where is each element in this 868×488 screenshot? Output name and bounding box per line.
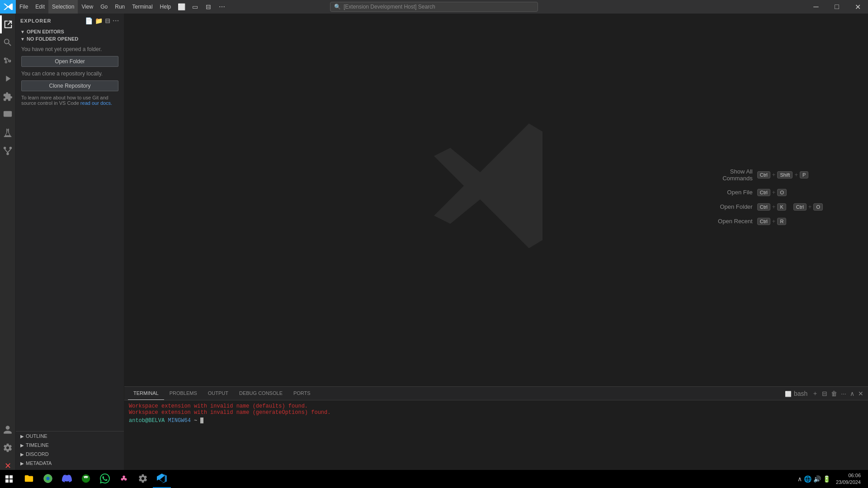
terminal-add-icon[interactable]: ＋ [811, 389, 819, 398]
discord-arrow: ▶ [20, 452, 24, 457]
sidebar-header-icons: 📄 📁 ⊟ ··· [85, 17, 119, 24]
outline-section[interactable]: ▶ OUTLINE [16, 432, 124, 441]
svg-rect-9 [5, 479, 9, 483]
svg-line-5 [5, 149, 8, 152]
no-folder-message1: You have not yet opened a folder. [21, 46, 118, 52]
menu-selection[interactable]: Selection [48, 0, 78, 14]
svg-line-6 [8, 149, 10, 152]
tab-debug-console[interactable]: DEBUG CONSOLE [234, 387, 288, 400]
discord-label: DISCORD [26, 451, 49, 457]
menu-file[interactable]: File [16, 0, 32, 14]
activity-bar: ✕ [0, 14, 16, 477]
tab-ports[interactable]: PORTS [288, 387, 316, 400]
layout-icon[interactable]: ⬜ [175, 0, 188, 14]
terminal-close-icon[interactable]: ✕ [857, 390, 864, 397]
taskbar-whatsapp[interactable] [96, 470, 114, 488]
menu-edit[interactable]: Edit [32, 0, 48, 14]
taskbar-clock[interactable]: 06:06 23/09/2024 [832, 472, 864, 486]
outline-arrow: ▶ [20, 434, 24, 439]
start-button[interactable] [0, 470, 18, 488]
tray-network-icon[interactable]: 🌐 [804, 475, 811, 483]
svg-rect-7 [5, 475, 9, 479]
tab-output[interactable]: OUTPUT [203, 387, 234, 400]
shortcut-open-folder-label: Open Folder [708, 203, 753, 210]
timeline-label: TIMELINE [26, 442, 49, 448]
tray-volume-icon[interactable]: 🔊 [813, 475, 821, 483]
menu-view[interactable]: View [78, 0, 97, 14]
open-editors-arrow: ▼ [20, 29, 25, 34]
svg-marker-18 [157, 474, 165, 483]
taskbar-tray: ∧ 🌐 🔊 🔋 06:06 23/09/2024 [797, 472, 868, 486]
activity-settings[interactable] [0, 439, 16, 457]
activity-search[interactable] [0, 33, 16, 52]
split-icon[interactable]: ⊟ [202, 0, 215, 14]
tab-terminal[interactable]: TERMINAL [128, 387, 164, 400]
app-body: ✕ EXPLORER 📄 📁 ⊟ ··· ▼ OPEN EDITORS ▼ NO… [0, 14, 868, 477]
menu-go[interactable]: Go [97, 0, 111, 14]
menu-run[interactable]: Run [111, 0, 128, 14]
activity-call-graph[interactable] [0, 142, 16, 160]
new-file-icon[interactable]: 📄 [85, 17, 93, 24]
maximize-button[interactable]: □ [826, 0, 847, 14]
tab-problems[interactable]: PROBLEMS [164, 387, 203, 400]
activity-bar-bottom: ✕ [0, 421, 16, 477]
terminal-collapse-icon[interactable]: ∧ [849, 390, 855, 397]
panel-icon[interactable]: ▭ [188, 0, 202, 14]
taskbar-file-explorer[interactable] [20, 470, 38, 488]
taskbar-browser[interactable] [39, 470, 57, 488]
shortcut-open-folder-keys: Ctrl + K Ctrl + O [757, 203, 823, 211]
app-logo [0, 0, 16, 14]
activity-testing[interactable] [0, 124, 16, 142]
activity-source-control[interactable] [0, 52, 16, 70]
metadata-arrow: ▶ [20, 461, 24, 466]
terminal-error-1: Workspace extension with invalid name (d… [129, 403, 863, 409]
clone-repository-button[interactable]: Clone Repository [21, 80, 118, 91]
taskbar-xbox[interactable] [77, 470, 95, 488]
outline-label: OUTLINE [26, 433, 47, 439]
key-p: P [800, 171, 808, 178]
taskbar-discord[interactable] [58, 470, 76, 488]
shortcut-open-recent-label: Open Recent [708, 218, 753, 225]
activity-accounts[interactable] [0, 421, 16, 439]
taskbar-settings[interactable] [134, 470, 152, 488]
activity-remote[interactable] [0, 106, 16, 124]
terminal-more-icon[interactable]: ··· [840, 390, 847, 397]
taskbar-vscode[interactable] [153, 470, 171, 488]
svg-point-2 [4, 147, 6, 150]
collapse-icon[interactable]: ⊟ [105, 17, 111, 24]
activity-run[interactable] [0, 70, 16, 88]
title-bar: File Edit Selection View Go Run Terminal… [0, 0, 868, 14]
terminal-body[interactable]: Workspace extension with invalid name (d… [124, 400, 868, 469]
taskbar-petal[interactable] [115, 470, 133, 488]
activity-extensions[interactable] [0, 88, 16, 106]
minimize-button[interactable]: ─ [806, 0, 826, 14]
more-icon[interactable]: ⋯ [215, 0, 229, 14]
tray-expand-icon[interactable]: ∧ [797, 475, 802, 483]
discord-section[interactable]: ▶ DISCORD [16, 450, 124, 459]
terminal-tabs: TERMINAL PROBLEMS OUTPUT DEBUG CONSOLE P… [124, 387, 868, 400]
key-shift: Shift [777, 171, 793, 178]
close-button[interactable]: ✕ [847, 0, 868, 14]
search-bar[interactable]: 🔍 [Extension Development Host] Search [330, 2, 538, 12]
no-folder-arrow: ▼ [20, 37, 25, 42]
timeline-section[interactable]: ▶ TIMELINE [16, 441, 124, 450]
open-folder-button[interactable]: Open Folder [21, 56, 118, 67]
new-folder-icon[interactable]: 📁 [95, 17, 103, 24]
no-folder-section[interactable]: ▼ NO FOLDER OPENED [16, 35, 124, 42]
menu-terminal[interactable]: Terminal [128, 0, 156, 14]
tray-battery-icon[interactable]: 🔋 [823, 475, 830, 483]
menu-help[interactable]: Help [156, 0, 175, 14]
open-editors-section[interactable]: ▼ OPEN EDITORS [16, 28, 124, 35]
key-ctrl5: Ctrl [757, 218, 770, 225]
terminal-split-icon[interactable]: ⊟ [821, 390, 828, 397]
svg-point-17 [123, 478, 125, 479]
docs-link[interactable]: read our docs. [80, 100, 112, 106]
terminal-prompt: antob@BELVA MINGW64 ~ [129, 418, 863, 424]
terminal-cursor [200, 418, 203, 423]
activity-explorer[interactable] [0, 15, 16, 33]
no-folder-message2: You can clone a repository locally. [21, 70, 118, 77]
more-actions-icon[interactable]: ··· [113, 17, 119, 24]
terminal-shell-label: ⬜ bash [784, 390, 810, 397]
metadata-section[interactable]: ▶ METADATA [16, 459, 124, 468]
terminal-trash-icon[interactable]: 🗑 [830, 390, 838, 397]
